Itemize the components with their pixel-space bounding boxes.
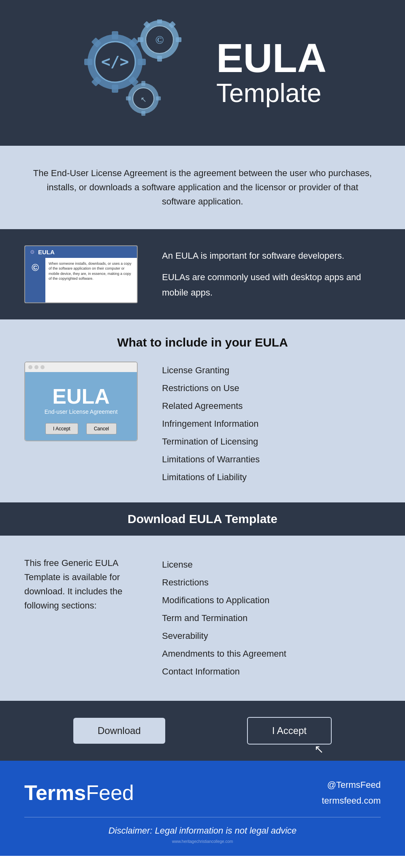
svg-rect-2 [112,31,118,39]
list-item: Termination of Licensing [162,433,260,451]
list-item: Term and Termination [162,609,286,627]
description-text: The End-User License Agreement is the ag… [32,166,373,209]
footer-top: TermsFeed @TermsFeed termsfeed.com [24,777,381,809]
svg-text:↖: ↖ [140,96,146,104]
svg-rect-27 [126,96,131,100]
mock-eula-header: ⚙ EULA [25,246,137,258]
copyright-symbol: © [32,262,39,273]
list-item: Amendments to this Agreement [162,645,286,663]
svg-rect-5 [84,59,92,65]
list-item: License [162,556,286,574]
list-item: Limitations of Liability [162,468,260,486]
svg-text:</>: </> [101,53,129,70]
mock-eula-big-text: EULA [33,384,129,408]
hero-gears-icon: </> © [79,19,192,126]
mock-cancel-button[interactable]: Cancel [86,423,117,434]
list-item: Restrictions [162,574,286,591]
eula-info-text: An EULA is important for software develo… [162,248,381,300]
cursor-icon: ↖ [314,742,324,756]
svg-rect-26 [156,96,161,100]
list-item: Severability [162,627,286,645]
list-item: Restrictions on Use [162,379,260,397]
download-header-section: Download EULA Template [0,502,405,536]
eula-info-section: ⚙ EULA © When someone installs, download… [0,229,405,319]
svg-rect-16 [176,37,181,42]
download-heading: Download EULA Template [10,512,395,526]
download-left-text: This free Generic EULA Template is avail… [24,556,138,613]
mock-eula-sub-text: End-user License Agreement [33,408,129,415]
download-sections-list: LicenseRestrictionsModifications to Appl… [162,556,286,681]
footer-brand-bold: Terms [24,781,86,804]
hero-text: EULA Template [216,38,326,108]
mock-accept-buttons: I Accept Cancel [33,423,129,434]
list-item: Related Agreements [162,397,260,415]
download-button[interactable]: Download [73,718,165,744]
what-include-section: What to include in your EULA EULA End-us… [0,319,405,502]
eula-info-line2: EULAs are commonly used with desktop app… [162,270,381,300]
buttons-row: Download I Accept ↖ [0,701,405,761]
accept-button[interactable]: I Accept [247,717,332,745]
mock-accept-screen: EULA End-user License Agreement I Accept… [24,362,138,441]
list-item: Contact Information [162,663,286,681]
svg-rect-3 [112,85,118,93]
list-item: License Granting [162,362,260,379]
mock-eula-sidebar: © [25,258,45,302]
accept-button-wrapper: I Accept ↖ [247,717,332,745]
mock-eula-content: When someone installs, downloads, or use… [45,258,137,302]
footer-watermark: www.heritagechristiancollege.com [24,839,381,844]
list-item: Modifications to Application [162,591,286,609]
download-content-section: This free Generic EULA Template is avail… [0,536,405,701]
svg-rect-25 [141,111,145,116]
hero-title-eula: EULA [216,38,326,78]
mock-dot-1 [28,365,32,369]
mock-dot-3 [40,365,45,369]
hero-section: </> © [0,0,405,146]
eula-screenshot: ⚙ EULA © When someone installs, download… [24,245,142,303]
mock-eula-header-label: EULA [38,249,55,255]
mock-accept-button[interactable]: I Accept [45,423,78,434]
eula-info-line1: An EULA is important for software develo… [162,248,381,263]
footer-social-line1: @TermsFeed [322,777,381,793]
hero-title-template: Template [216,78,326,108]
mock-eula-browser: ⚙ EULA © When someone installs, download… [24,245,138,303]
what-include-list: License GrantingRestrictions on UseRelat… [162,362,260,486]
footer-brand-thin: Feed [86,781,134,804]
mock-accept-header [25,362,137,372]
svg-rect-4 [138,59,146,65]
what-include-content: EULA End-user License Agreement I Accept… [24,362,381,486]
what-include-heading: What to include in your EULA [24,336,381,349]
svg-rect-17 [138,37,143,42]
footer-brand-container: TermsFeed [24,781,134,805]
svg-rect-15 [157,56,162,62]
download-right-list: LicenseRestrictionsModifications to Appl… [162,556,286,681]
footer-social: @TermsFeed termsfeed.com [322,777,381,809]
mock-eula-body: © When someone installs, downloads, or u… [25,258,137,302]
mock-accept-body: EULA End-user License Agreement I Accept… [25,372,137,440]
what-include-mock: EULA End-user License Agreement I Accept… [24,362,142,441]
footer-social-line2: termsfeed.com [322,793,381,809]
svg-rect-14 [157,19,162,23]
footer-disclaimer: Disclaimer: Legal information is not leg… [24,817,381,836]
footer-section: TermsFeed @TermsFeed termsfeed.com Discl… [0,761,405,856]
list-item: Infringement Information [162,415,260,433]
list-item: Limitations of Warranties [162,451,260,468]
mock-dot-2 [34,365,38,369]
description-section: The End-User License Agreement is the ag… [0,146,405,229]
svg-rect-24 [141,81,145,86]
svg-text:©: © [155,34,164,46]
